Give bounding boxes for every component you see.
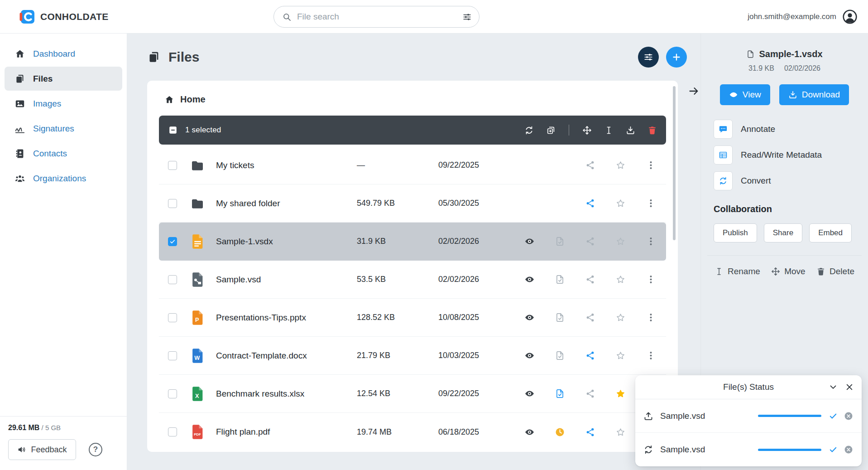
file-row[interactable]: W Contract-Template.docx 21.79 KB 10/03/… — [159, 337, 666, 375]
file-row[interactable]: Sample.vsd 53.5 KB 02/02/2026 — [159, 261, 666, 299]
row-checkbox[interactable] — [168, 427, 177, 436]
file-check-icon[interactable] — [555, 388, 565, 399]
file-name[interactable]: Benchmark results.xlsx — [216, 389, 357, 399]
publish-button[interactable]: Publish — [714, 223, 757, 242]
pending-clock-icon[interactable] — [555, 427, 565, 437]
view-button[interactable]: View — [720, 84, 770, 105]
share-button[interactable]: Share — [764, 223, 802, 242]
download-icon[interactable] — [626, 126, 635, 135]
view-settings-button[interactable] — [638, 47, 659, 68]
star-icon[interactable] — [615, 236, 626, 247]
dismiss-circle-x-icon[interactable] — [844, 445, 854, 455]
dismiss-circle-x-icon[interactable] — [844, 411, 854, 421]
preview-eye-icon[interactable] — [524, 236, 535, 247]
preview-eye-icon[interactable] — [524, 350, 535, 361]
move-icon[interactable] — [582, 126, 592, 135]
star-filled-icon[interactable] — [615, 388, 626, 399]
sidebar-item-images[interactable]: Images — [5, 92, 122, 116]
share-icon[interactable] — [585, 160, 595, 170]
sidebar-item-signatures[interactable]: Signatures — [5, 116, 122, 141]
file-search-bar[interactable] — [273, 6, 480, 28]
kebab-menu-icon[interactable] — [646, 274, 656, 285]
sidebar-item-files[interactable]: Files — [5, 67, 122, 91]
user-box[interactable]: john.smith@example.com — [748, 0, 858, 34]
share-icon[interactable] — [585, 350, 595, 361]
search-filter-icon[interactable] — [462, 12, 472, 22]
add-button[interactable] — [666, 47, 687, 68]
share-icon[interactable] — [585, 198, 595, 208]
file-name[interactable]: Sample-1.vsdx — [216, 237, 357, 247]
row-checkbox[interactable] — [168, 275, 177, 284]
file-name[interactable]: My shared folder — [216, 199, 357, 208]
metadata-button[interactable] — [714, 145, 733, 165]
delete-button[interactable]: Delete — [816, 266, 854, 276]
collapse-panel-arrow-icon[interactable] — [688, 85, 700, 97]
convert-button[interactable] — [714, 171, 733, 190]
convert-icon[interactable] — [524, 126, 534, 135]
convert-action[interactable]: Convert — [714, 171, 868, 190]
file-check-icon[interactable] — [555, 236, 565, 247]
select-all-checkbox[interactable] — [168, 125, 178, 135]
embed-button[interactable]: Embed — [809, 223, 852, 242]
row-checkbox-checked[interactable] — [168, 237, 177, 246]
file-row[interactable]: PDF Flight plan.pdf 19.74 MB 06/18/2025 — [159, 413, 666, 451]
brand[interactable]: CONHOLDATE — [19, 9, 109, 25]
kebab-menu-icon[interactable] — [646, 312, 656, 323]
rename-icon[interactable] — [604, 126, 614, 135]
annotate-action[interactable]: Annotate — [714, 120, 868, 139]
row-checkbox[interactable] — [168, 161, 177, 170]
star-icon[interactable] — [615, 350, 626, 361]
share-icon[interactable] — [585, 388, 595, 399]
delete-icon[interactable] — [647, 126, 657, 135]
feedback-button[interactable]: Feedback — [8, 439, 76, 460]
kebab-menu-icon[interactable] — [646, 160, 656, 170]
file-check-icon[interactable] — [555, 312, 565, 323]
kebab-menu-icon[interactable] — [646, 350, 656, 361]
annotate-button[interactable] — [714, 120, 733, 139]
file-name[interactable]: Flight plan.pdf — [216, 427, 357, 437]
row-checkbox[interactable] — [168, 199, 177, 208]
star-icon[interactable] — [615, 427, 626, 437]
kebab-menu-icon[interactable] — [646, 236, 656, 247]
file-name[interactable]: My tickets — [216, 160, 357, 170]
file-check-icon[interactable] — [555, 350, 565, 361]
file-name[interactable]: Sample.vsd — [216, 275, 357, 285]
file-row[interactable]: P Presentations-Tips.pptx 128.52 KB 10/0… — [159, 299, 666, 337]
file-row[interactable]: My tickets — 09/22/2025 — [159, 146, 666, 184]
share-icon[interactable] — [585, 236, 595, 247]
scrollbar-thumb[interactable] — [673, 86, 676, 240]
star-icon[interactable] — [615, 312, 626, 323]
star-icon[interactable] — [615, 198, 626, 208]
preview-eye-icon[interactable] — [524, 388, 535, 399]
copy-to-icon[interactable] — [546, 126, 556, 135]
row-checkbox[interactable] — [168, 351, 177, 360]
preview-eye-icon[interactable] — [524, 274, 535, 285]
row-checkbox[interactable] — [168, 389, 177, 398]
avatar-icon[interactable] — [842, 9, 858, 25]
file-check-icon[interactable] — [555, 274, 565, 285]
collapse-chevron-icon[interactable] — [828, 382, 838, 392]
kebab-menu-icon[interactable] — [646, 198, 656, 208]
metadata-action[interactable]: Read/Write Metadata — [714, 145, 868, 165]
preview-eye-icon[interactable] — [524, 312, 535, 323]
star-icon[interactable] — [615, 274, 626, 285]
move-button[interactable]: Move — [771, 266, 805, 276]
row-checkbox[interactable] — [168, 313, 177, 322]
share-icon[interactable] — [585, 427, 595, 437]
help-icon[interactable]: ? — [89, 443, 102, 456]
rename-button[interactable]: Rename — [715, 266, 760, 276]
file-row-selected[interactable]: Sample-1.vsdx 31.9 KB 02/02/2026 — [159, 223, 666, 261]
sidebar-item-organizations[interactable]: Organizations — [5, 166, 122, 190]
sidebar-item-contacts[interactable]: Contacts — [5, 141, 122, 165]
file-row[interactable]: My shared folder 549.79 KB 05/30/2025 — [159, 184, 666, 223]
sidebar-item-dashboard[interactable]: Dashboard — [5, 42, 122, 66]
download-button[interactable]: Download — [779, 84, 849, 105]
close-icon[interactable] — [844, 382, 854, 392]
file-row[interactable]: X Benchmark results.xlsx 12.54 KB 09/22/… — [159, 375, 666, 413]
share-icon[interactable] — [585, 312, 595, 323]
share-icon[interactable] — [585, 274, 595, 285]
file-name[interactable]: Contract-Template.docx — [216, 351, 357, 361]
preview-eye-icon[interactable] — [524, 427, 535, 437]
file-name[interactable]: Presentations-Tips.pptx — [216, 313, 357, 323]
star-icon[interactable] — [615, 160, 626, 170]
